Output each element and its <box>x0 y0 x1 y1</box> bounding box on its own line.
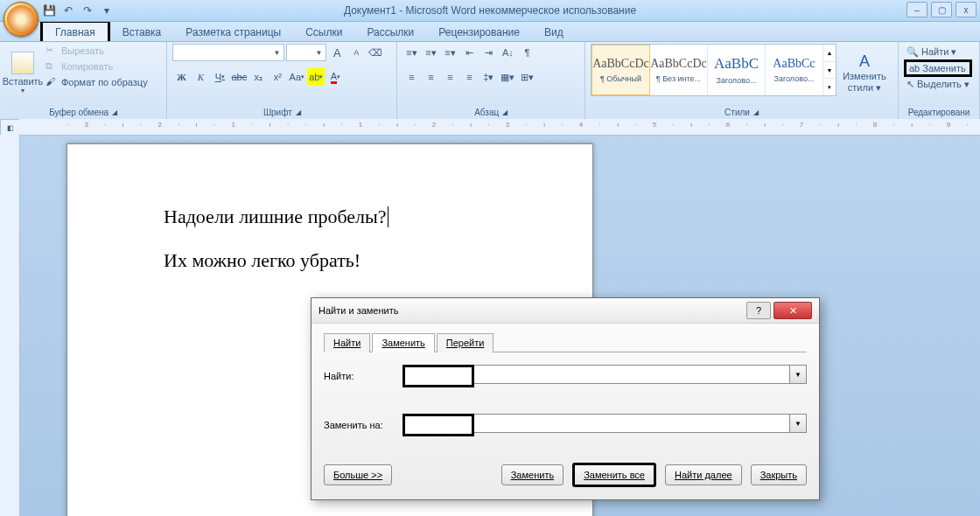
cursor-icon: ↖ <box>906 79 914 90</box>
subscript-button[interactable]: x₂ <box>249 68 267 86</box>
dialog-close-button[interactable]: ✕ <box>774 302 812 319</box>
highlight-button[interactable]: ab▾ <box>307 68 325 86</box>
superscript-button[interactable]: x² <box>269 68 286 86</box>
ribbon: Вставить ▾ ✂Вырезать ⧉Копировать 🖌Формат… <box>0 42 980 120</box>
save-icon[interactable]: 💾 <box>42 3 56 17</box>
doc-line-1: Надоели лишние пробелы? <box>164 206 496 228</box>
tab-home[interactable]: Главная <box>40 20 110 41</box>
dialog-help-button[interactable]: ? <box>746 302 771 319</box>
scissors-icon: ✂ <box>46 45 58 57</box>
find-input[interactable] <box>402 365 474 387</box>
redo-icon[interactable]: ↷ <box>80 3 94 17</box>
qat-more-icon[interactable]: ▾ <box>100 3 114 17</box>
group-styles: AaBbCcDc¶ Обычный AaBbCcDc¶ Без инте... … <box>585 42 899 119</box>
tab-insert[interactable]: Вставка <box>110 23 174 41</box>
font-name-combo[interactable]: ▼ <box>172 44 284 61</box>
change-styles-label: Изменить стили ▾ <box>840 71 889 92</box>
increase-indent-button[interactable]: ⇥ <box>480 44 497 61</box>
bullets-button[interactable]: ≡▾ <box>402 44 420 61</box>
tab-mailings[interactable]: Рассылки <box>354 23 426 41</box>
gallery-down-icon[interactable]: ▼ <box>823 62 836 80</box>
tab-review[interactable]: Рецензирование <box>426 23 532 41</box>
style-heading2[interactable]: AaBbCcЗаголово... <box>766 45 823 95</box>
shrink-font-button[interactable]: A <box>347 44 365 61</box>
font-color-button[interactable]: A▾ <box>326 68 344 86</box>
sort-button[interactable]: A↓ <box>499 44 516 61</box>
copy-button[interactable]: ⧉Копировать <box>44 59 150 73</box>
strikethrough-button[interactable]: abc <box>230 68 248 86</box>
find-input-rest[interactable] <box>474 365 790 384</box>
align-right-button[interactable]: ≡ <box>441 68 458 86</box>
align-center-button[interactable]: ≡ <box>422 68 439 86</box>
ruler-corner[interactable]: ◧ <box>0 119 21 136</box>
find-dropdown-icon[interactable]: ▼ <box>790 365 807 384</box>
tab-references[interactable]: Ссылки <box>293 23 354 41</box>
select-button[interactable]: ↖Выделить ▾ <box>904 78 972 91</box>
bold-button[interactable]: Ж <box>172 68 190 86</box>
replace-button[interactable]: abЗаменить <box>904 59 972 77</box>
styles-gallery[interactable]: AaBbCcDc¶ Обычный AaBbCcDc¶ Без инте... … <box>591 44 836 96</box>
grow-font-button[interactable]: A <box>328 44 346 61</box>
cut-button[interactable]: ✂Вырезать <box>44 44 150 58</box>
find-button[interactable]: 🔍Найти ▾ <box>904 45 972 59</box>
style-no-spacing[interactable]: AaBbCcDc¶ Без инте... <box>650 45 708 95</box>
replace-input[interactable] <box>402 414 474 436</box>
find-label: Найти ▾ <box>921 46 956 58</box>
dialog-tabs: Найти Заменить Перейти <box>324 332 807 352</box>
borders-button[interactable]: ⊞▾ <box>518 68 536 86</box>
office-button[interactable] <box>4 2 38 37</box>
style-normal[interactable]: AaBbCcDc¶ Обычный <box>592 45 650 95</box>
paragraph-launcher-icon[interactable]: ◢ <box>502 108 508 116</box>
close-dialog-button[interactable]: Закрыть <box>751 464 807 485</box>
more-button[interactable]: Больше >> <box>324 464 392 485</box>
font-size-combo[interactable]: ▼ <box>286 44 326 61</box>
page-content[interactable]: Надоели лишние пробелы? Их можно легко у… <box>67 144 592 272</box>
gallery-up-icon[interactable]: ▲ <box>823 45 836 62</box>
find-next-button[interactable]: Найти далее <box>665 464 742 485</box>
line-spacing-button[interactable]: ‡▾ <box>480 68 497 86</box>
tab-view[interactable]: Вид <box>532 23 576 41</box>
maximize-button[interactable]: ▢ <box>931 2 952 17</box>
font-launcher-icon[interactable]: ◢ <box>296 108 301 116</box>
justify-button[interactable]: ≡ <box>460 68 478 86</box>
format-painter-button[interactable]: 🖌Формат по образцу <box>44 75 150 89</box>
multilevel-button[interactable]: ≡▾ <box>441 44 458 61</box>
paste-button[interactable]: Вставить ▾ <box>5 44 40 101</box>
ruler-scale: · 3 · ı · 2 · ı · 1 · ı · · ı · 1 · ı · … <box>66 121 980 129</box>
shading-button[interactable]: ▦▾ <box>499 68 516 86</box>
title-bar: 💾 ↶ ↷ ▾ Документ1 - Microsoft Word неком… <box>0 0 980 22</box>
underline-button[interactable]: Ч ▾ <box>211 68 228 86</box>
vertical-ruler[interactable] <box>0 135 20 516</box>
clear-formatting-button[interactable]: ⌫ <box>367 44 384 61</box>
replace-dropdown-icon[interactable]: ▼ <box>790 414 807 433</box>
group-editing: 🔍Найти ▾ abЗаменить ↖Выделить ▾ Редактир… <box>899 42 980 119</box>
numbering-button[interactable]: ≡▾ <box>422 44 439 61</box>
align-left-button[interactable]: ≡ <box>402 68 420 86</box>
tab-page-layout[interactable]: Разметка страницы <box>173 23 293 41</box>
horizontal-ruler[interactable]: · 3 · ı · 2 · ı · 1 · ı · · ı · 1 · ı · … <box>19 119 980 136</box>
change-case-button[interactable]: Aa▾ <box>288 68 305 86</box>
style-heading1[interactable]: AaBbCЗаголово... <box>708 45 766 95</box>
replace-all-button[interactable]: Заменить все <box>572 463 656 487</box>
replace-input-rest[interactable] <box>474 414 790 433</box>
dialog-tab-replace[interactable]: Заменить <box>372 333 434 352</box>
replace-one-button[interactable]: Заменить <box>501 464 564 485</box>
doc-text: Надоели лишние пробелы? <box>164 206 387 227</box>
minimize-button[interactable]: – <box>906 2 928 17</box>
dialog-titlebar[interactable]: Найти и заменить ? ✕ <box>312 298 819 324</box>
show-marks-button[interactable]: ¶ <box>518 44 536 61</box>
dialog-tab-goto[interactable]: Перейти <box>437 333 494 352</box>
undo-icon[interactable]: ↶ <box>61 3 75 17</box>
dialog-title: Найти и заменить <box>318 305 398 316</box>
gallery-more-icon[interactable]: ▾ <box>823 79 836 95</box>
replace-with-label: Заменить на: <box>324 420 402 430</box>
italic-button[interactable]: К <box>192 68 209 86</box>
dialog-tab-find[interactable]: Найти <box>324 333 370 352</box>
styles-launcher-icon[interactable]: ◢ <box>753 108 759 116</box>
clipboard-launcher-icon[interactable]: ◢ <box>112 108 117 116</box>
dialog-buttons: Больше >> Заменить Заменить все Найти да… <box>324 463 807 487</box>
close-window-button[interactable]: x <box>956 2 976 17</box>
change-styles-button[interactable]: A Изменить стили ▾ <box>840 44 889 101</box>
style-name: Заголово... <box>774 74 815 83</box>
decrease-indent-button[interactable]: ⇤ <box>460 44 478 61</box>
